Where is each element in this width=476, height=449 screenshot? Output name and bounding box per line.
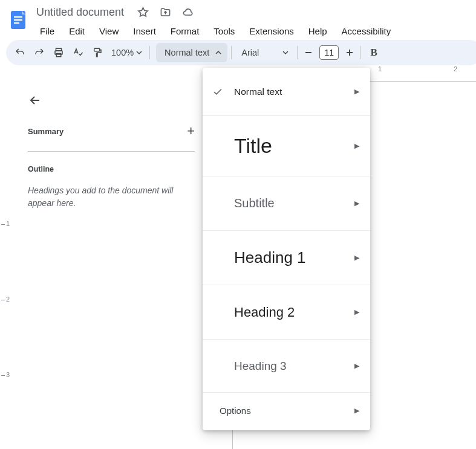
- svg-rect-8: [305, 52, 311, 53]
- menu-bar: File Edit View Insert Format Tools Exten…: [34, 22, 470, 40]
- print-button[interactable]: [50, 44, 68, 62]
- style-option-heading-2[interactable]: Heading 2 ▶: [203, 285, 370, 340]
- star-icon[interactable]: [137, 7, 149, 18]
- style-option-title[interactable]: Title ▶: [203, 116, 370, 176]
- toolbar-separator: [297, 46, 298, 59]
- submenu-arrow-icon: ▶: [354, 308, 359, 316]
- outline-label: Outline: [28, 165, 195, 173]
- style-option-subtitle[interactable]: Subtitle ▶: [203, 176, 370, 231]
- toolbar: 100% Normal text Arial B: [6, 40, 476, 65]
- svg-rect-1: [14, 16, 22, 18]
- style-option-label: Subtitle: [234, 196, 275, 210]
- document-title[interactable]: Untitled document: [34, 5, 126, 20]
- divider: [28, 151, 195, 152]
- chevron-down-icon: [136, 50, 142, 56]
- submenu-arrow-icon: ▶: [354, 142, 359, 150]
- cloud-status-icon[interactable]: [182, 6, 194, 18]
- style-options-label: Options: [220, 405, 251, 416]
- menu-extensions[interactable]: Extensions: [243, 24, 299, 39]
- vertical-ruler[interactable]: 1 2 3: [0, 81, 11, 448]
- style-option-label: Title: [234, 134, 272, 158]
- close-outline-button[interactable]: [28, 93, 42, 108]
- redo-button[interactable]: [30, 44, 48, 62]
- menu-accessibility[interactable]: Accessibility: [336, 24, 397, 39]
- submenu-arrow-icon: ▶: [354, 362, 359, 370]
- menu-tools[interactable]: Tools: [207, 24, 241, 39]
- zoom-label: 100%: [111, 48, 134, 57]
- outline-panel: Summary + Outline Headings you add to th…: [13, 81, 207, 210]
- style-option-heading-3[interactable]: Heading 3 ▶: [203, 340, 370, 393]
- style-option-normal-text[interactable]: Normal text ▶: [203, 68, 370, 116]
- chevron-down-icon: [282, 50, 289, 56]
- style-option-label: Heading 2: [234, 305, 295, 320]
- summary-label: Summary: [28, 127, 64, 136]
- outline-empty-text: Headings you add to the document will ap…: [28, 184, 195, 210]
- app-header: Untitled document File Edit View Insert …: [0, 0, 476, 39]
- style-option-label: Heading 3: [234, 360, 287, 373]
- svg-rect-10: [349, 50, 350, 56]
- paint-format-button[interactable]: [88, 44, 106, 62]
- increase-font-size-button[interactable]: [342, 44, 357, 62]
- paragraph-styles-menu: Normal text ▶ Title ▶ Subtitle ▶ Heading…: [203, 68, 370, 430]
- svg-rect-7: [94, 48, 100, 51]
- zoom-dropdown[interactable]: 100%: [108, 48, 146, 57]
- menu-help[interactable]: Help: [302, 24, 333, 39]
- submenu-arrow-icon: ▶: [354, 254, 359, 262]
- menu-insert[interactable]: Insert: [127, 24, 162, 39]
- style-options[interactable]: Options ▶: [203, 393, 370, 428]
- title-zone: Untitled document File Edit View Insert …: [30, 4, 470, 40]
- undo-button[interactable]: [11, 44, 29, 62]
- menu-format[interactable]: Format: [165, 24, 206, 39]
- submenu-arrow-icon: ▶: [354, 88, 359, 95]
- svg-rect-2: [14, 19, 22, 21]
- menu-view[interactable]: View: [93, 24, 125, 39]
- menu-file[interactable]: File: [34, 24, 60, 39]
- chevron-up-icon: [215, 50, 221, 56]
- style-selector-label: Normal text: [165, 48, 209, 57]
- spellcheck-button[interactable]: [69, 44, 87, 62]
- paragraph-styles-dropdown[interactable]: Normal text: [156, 43, 227, 62]
- menu-edit[interactable]: Edit: [63, 24, 91, 39]
- add-summary-button[interactable]: +: [187, 123, 195, 139]
- font-size-input[interactable]: [319, 45, 339, 60]
- font-label: Arial: [241, 48, 259, 57]
- font-size-group: [301, 44, 357, 62]
- check-icon: [212, 86, 223, 97]
- font-family-dropdown[interactable]: Arial: [235, 43, 293, 62]
- move-folder-icon[interactable]: [160, 7, 171, 18]
- toolbar-separator: [149, 46, 150, 59]
- style-option-heading-1[interactable]: Heading 1 ▶: [203, 231, 370, 285]
- toolbar-separator: [231, 46, 232, 59]
- decrease-font-size-button[interactable]: [301, 44, 316, 62]
- docs-logo[interactable]: [6, 4, 30, 35]
- toolbar-separator: [360, 46, 361, 59]
- bold-button[interactable]: B: [365, 44, 383, 62]
- svg-rect-3: [14, 22, 19, 24]
- style-option-label: Normal text: [234, 86, 282, 97]
- submenu-arrow-icon: ▶: [354, 199, 359, 207]
- submenu-arrow-icon: ▶: [354, 407, 359, 415]
- style-option-label: Heading 1: [234, 248, 306, 267]
